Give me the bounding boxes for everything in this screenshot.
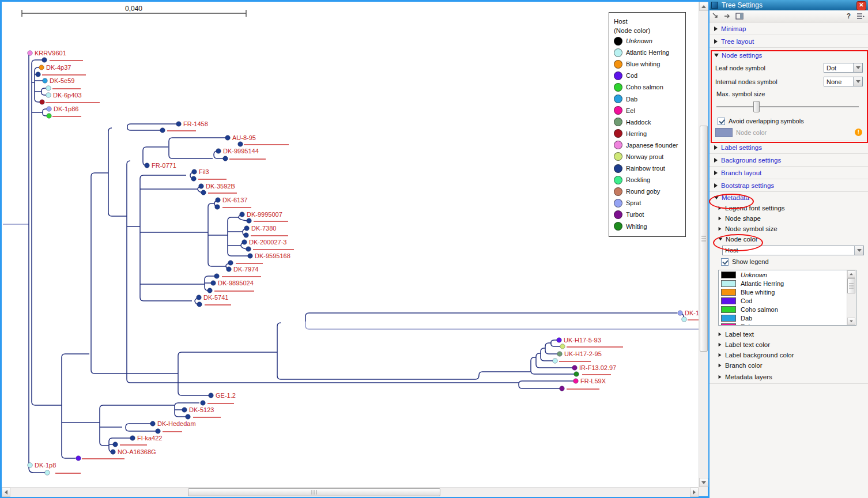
leaf-label[interactable]: DK-9895024 [218, 280, 254, 286]
leaf-label[interactable]: FR-L59X [580, 378, 606, 384]
leaf-node-dot[interactable] [76, 456, 81, 461]
subsection-node-color[interactable]: Node color [710, 234, 868, 244]
leaf-node-dot[interactable] [145, 163, 150, 168]
leaf-label[interactable]: KRRV9601 [35, 50, 66, 56]
host-color-listbox[interactable]: UnknownAtlantic HerringBlue whitingCodCo… [718, 270, 856, 326]
internal-nodes-symbol-select[interactable]: None [824, 77, 863, 86]
leaf-label[interactable]: DK-4p37 [46, 64, 71, 71]
dropdown-button[interactable] [853, 77, 862, 86]
leaf-node-dot[interactable] [45, 470, 50, 476]
subsection-legend-font-settings[interactable]: Legend font settings [710, 203, 868, 213]
show-legend-checkbox[interactable] [721, 258, 729, 266]
leaf-node-dot[interactable] [216, 149, 221, 154]
leaf-node-dot[interactable] [201, 401, 206, 406]
leaf-label[interactable]: DK-7380 [251, 225, 276, 232]
horizontal-scroll-thumb[interactable] [188, 488, 440, 496]
leaf-label[interactable]: DK-7974 [233, 266, 258, 273]
listbox-scroll-thumb[interactable] [847, 278, 855, 293]
leaf-node-dot[interactable] [150, 421, 156, 427]
panel-title-bar[interactable]: Tree Settings ✕ [710, 0, 868, 10]
subsection-metadata-layers[interactable]: Metadata layers [710, 371, 868, 384]
leaf-label[interactable]: DK-5e59 [50, 77, 74, 84]
subsection-label-text[interactable]: Label text [710, 329, 868, 339]
leaf-node-dot[interactable] [46, 93, 51, 98]
section-node-settings[interactable]: Node settings [710, 49, 868, 61]
leaf-label[interactable]: DK-9595168 [255, 252, 290, 259]
leaf-node-dot[interactable] [560, 344, 565, 349]
slider-thumb[interactable] [753, 101, 760, 112]
leaf-node-dot[interactable] [225, 135, 231, 141]
avoid-overlapping-checkbox[interactable] [718, 118, 725, 125]
leaf-label[interactable]: DK-9995007 [247, 211, 282, 218]
leaf-label[interactable]: FR-1458 [183, 120, 208, 127]
listbox-item[interactable]: Blue whiting [719, 288, 856, 296]
leaf-node-dot[interactable] [560, 386, 565, 391]
listbox-item[interactable]: Coho salmon [719, 305, 856, 314]
leaf-label[interactable]: DK-200027-3 [249, 239, 286, 246]
leaf-node-dot[interactable] [223, 156, 228, 161]
leaf-node-dot[interactable] [557, 352, 563, 357]
leaf-node-dot[interactable] [197, 295, 202, 300]
listbox-item[interactable]: Cod [719, 296, 856, 305]
leaf-node-dot[interactable] [248, 254, 253, 259]
subsection-label-text-color[interactable]: Label text color [710, 339, 868, 350]
leaf-label[interactable]: DK-1p86 [54, 105, 78, 112]
leaf-node-dot[interactable] [36, 72, 41, 77]
leaf-label[interactable]: DK-5123 [189, 406, 214, 413]
leaf-node-dot[interactable] [42, 58, 47, 63]
subsection-node-shape[interactable]: Node shape [710, 213, 868, 224]
collapse-arrows-icon[interactable] [712, 12, 721, 20]
listbox-scrollbar[interactable] [847, 270, 856, 325]
vertical-scroll-thumb[interactable] [700, 126, 708, 352]
scroll-down-button[interactable] [847, 318, 855, 325]
leaf-label[interactable]: DK-5741 [203, 294, 228, 301]
max-symbol-size-slider[interactable] [716, 100, 861, 113]
leaf-node-dot[interactable] [209, 393, 214, 398]
leaf-node-dot[interactable] [201, 190, 206, 195]
leaf-label[interactable]: DK-1 [685, 310, 699, 316]
section-background-settings[interactable]: Background settings [710, 154, 868, 167]
leaf-node-dot[interactable] [113, 442, 118, 447]
listbox-item[interactable]: Dab [719, 314, 856, 322]
leaf-label[interactable]: GE-1.2 [216, 392, 236, 399]
leaf-node-dot[interactable] [572, 365, 578, 371]
leaf-node-dot[interactable] [211, 281, 216, 286]
leaf-node-dot[interactable] [682, 317, 687, 322]
help-icon[interactable]: ? [847, 12, 851, 20]
subsection-node-symbol-size[interactable]: Node symbol size [710, 224, 868, 234]
section-bootstrap-settings[interactable]: Bootstrap settings [710, 179, 868, 192]
section-minimap[interactable]: Minimap [710, 22, 868, 35]
leaf-node-dot[interactable] [574, 372, 579, 377]
leaf-node-dot[interactable] [160, 128, 165, 133]
tree-horizontal-scrollbar[interactable] [2, 487, 699, 497]
leaf-node-dot[interactable] [573, 379, 579, 384]
section-label-settings[interactable]: Label settings [710, 141, 868, 154]
leaf-node-dot[interactable] [191, 176, 197, 182]
tree-canvas[interactable]: 0,040KRRV9601DK-4p37DK-5e59DK-6p403DK-1p… [2, 2, 699, 487]
leaf-node-dot[interactable] [244, 233, 249, 238]
listbox-item[interactable]: Unknown [719, 270, 856, 279]
leaf-label[interactable]: UK-H17-5-93 [564, 337, 601, 344]
dock-panel-icon[interactable] [735, 12, 744, 20]
leaf-node-dot[interactable] [215, 205, 220, 210]
leaf-node-dot[interactable] [678, 311, 683, 316]
leaf-node-dot[interactable] [156, 429, 161, 434]
leaf-node-dot[interactable] [216, 198, 221, 203]
leaf-node-dot[interactable] [553, 359, 558, 364]
leaf-node-dot[interactable] [227, 267, 232, 272]
node-color-swatch[interactable] [715, 128, 733, 137]
leaf-label[interactable]: AU-8-95 [232, 134, 256, 141]
leaf-node-dot[interactable] [43, 78, 48, 84]
scroll-left-button[interactable] [2, 488, 10, 497]
scroll-right-button[interactable] [690, 488, 699, 497]
section-metadata[interactable]: Metadata [710, 192, 868, 203]
leaf-node-symbol-select[interactable]: Dot [824, 63, 863, 73]
leaf-label[interactable]: DK-Hededam [157, 420, 196, 427]
leaf-label[interactable]: DK-3592B [206, 183, 235, 190]
leaf-node-dot[interactable] [244, 226, 250, 231]
leaf-node-dot[interactable] [28, 51, 33, 56]
slider-track[interactable] [716, 106, 859, 108]
leaf-node-dot[interactable] [192, 169, 197, 175]
leaf-node-dot[interactable] [557, 338, 562, 343]
leaf-node-dot[interactable] [246, 247, 251, 252]
